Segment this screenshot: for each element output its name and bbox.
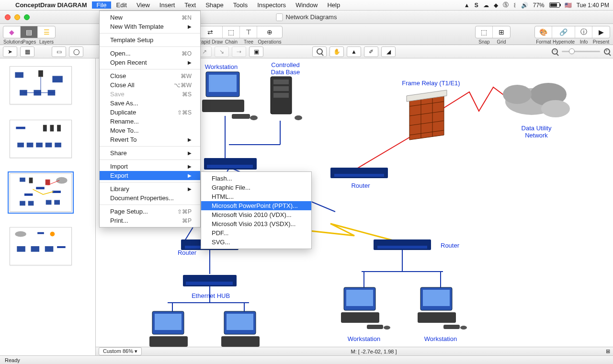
export-flash[interactable]: Flash...	[201, 174, 311, 183]
svg-rect-63	[273, 93, 289, 98]
file-menu-dropdown[interactable]: New⌘NNew With Template▶Template SetupOpe…	[99, 11, 201, 228]
app-name[interactable]: ConceptDraw DIAGRAM	[11, 1, 92, 9]
page-thumbnail-2[interactable]	[10, 120, 72, 158]
chain-button[interactable]: ⬚	[223, 26, 240, 38]
rapid-draw-label: Rapid Draw	[198, 39, 223, 45]
clock[interactable]: Tue 1:40 PM	[577, 2, 609, 9]
container-tool[interactable]: ▣	[249, 46, 263, 57]
page-nav-icon[interactable]: ⊞	[606, 348, 610, 354]
file-menu-share[interactable]: Share▶	[100, 148, 200, 158]
diamond-icon[interactable]: ◆	[494, 2, 498, 9]
menu-help[interactable]: Help	[322, 1, 345, 9]
file-menu-save-as[interactable]: Save As...	[100, 99, 200, 108]
zoom-slider[interactable]	[552, 48, 610, 55]
menu-window[interactable]: Window	[291, 1, 322, 9]
tool-strip: ➤ ▦ ▭ ◯ ✎ ↗ ↘ ⇢ ▣ ✋ ▲ ✐ ◢	[0, 45, 613, 58]
file-menu-import[interactable]: Import▶	[100, 162, 200, 171]
rectangle-tool[interactable]: ▭	[52, 46, 66, 57]
zoom-out-icon[interactable]	[552, 48, 558, 55]
operations-button[interactable]: ⊕	[257, 26, 282, 38]
zoom-tool[interactable]	[312, 46, 327, 57]
file-menu-page-setup[interactable]: Page Setup...⇧⌘P	[100, 207, 200, 216]
export-microsoft-visio-2010-vdx[interactable]: Microsoft Visio 2010 (VDX)...	[201, 210, 311, 219]
file-menu-export[interactable]: Export▶	[100, 171, 200, 180]
file-menu-print[interactable]: Print...⌘P	[100, 216, 200, 225]
svg-rect-57	[202, 100, 244, 112]
close-window-button[interactable]	[5, 14, 11, 20]
svg-rect-93	[227, 314, 253, 330]
zoom-level-dropdown[interactable]: Custom 86% ▾	[99, 347, 142, 355]
file-menu-move-to[interactable]: Move To...	[100, 126, 200, 135]
page-thumbnail-4[interactable]	[10, 227, 72, 265]
file-menu-open-recent[interactable]: Open Recent▶	[100, 58, 200, 67]
document-title-text: Network Diagrams	[286, 13, 337, 21]
toolbar-view-group: ⬚ ⊞ Snap Grid	[475, 25, 511, 45]
letter-s-icon[interactable]: S	[475, 2, 478, 9]
file-menu-template-setup[interactable]: Template Setup	[100, 35, 200, 45]
zoom-in-icon[interactable]	[604, 48, 610, 55]
layers-button[interactable]: ☰	[38, 26, 55, 38]
menu-inspectors[interactable]: Inspectors	[252, 1, 291, 9]
file-menu-close[interactable]: Close⌘W	[100, 71, 200, 80]
export-microsoft-visio-2013-vsdx[interactable]: Microsoft Visio 2013 (VSDX)...	[201, 219, 311, 228]
eyedropper-tool[interactable]: ✐	[364, 46, 378, 57]
skype-icon[interactable]: Ⓢ	[503, 1, 509, 9]
export-microsoft-powerpoint-pptx[interactable]: Microsoft PowerPoint (PPTX)...	[201, 201, 311, 210]
menu-view[interactable]: View	[132, 1, 155, 9]
svg-rect-58	[232, 114, 250, 119]
export-html[interactable]: HTML...	[201, 192, 311, 201]
svg-point-31	[50, 232, 55, 237]
flag-icon[interactable]: 🇺🇸	[565, 2, 572, 9]
svg-text:Data Base: Data Base	[271, 68, 300, 76]
export-graphic-file[interactable]: Graphic File...	[201, 183, 311, 192]
file-menu-rename[interactable]: Rename...	[100, 117, 200, 126]
snap-button[interactable]: ⬚	[476, 26, 493, 38]
page-thumbnails-panel[interactable]	[0, 58, 96, 355]
tree-button[interactable]: ⊤	[240, 26, 257, 38]
present-button[interactable]: ▶	[592, 26, 610, 38]
menu-text[interactable]: Text	[180, 1, 201, 9]
pointer-tool[interactable]: ➤	[3, 46, 17, 57]
file-menu-library[interactable]: Library▶	[100, 184, 200, 193]
eraser-tool[interactable]: ◢	[381, 46, 396, 57]
pages-button[interactable]: ▤	[21, 26, 38, 38]
hand-tool[interactable]: ✋	[329, 46, 344, 57]
file-menu-open[interactable]: Open...⌘O	[100, 49, 200, 58]
file-menu-close-all[interactable]: Close All⌥⌘W	[100, 80, 200, 90]
solutions-button[interactable]: ◆	[3, 26, 21, 38]
hypernote-button[interactable]: 🔗	[552, 26, 575, 38]
format-button[interactable]: 🎨	[535, 26, 552, 38]
menu-tools[interactable]: Tools	[228, 1, 252, 9]
page-thumbnail-1[interactable]	[10, 66, 72, 104]
connector-tool-3[interactable]: ⇢	[232, 46, 246, 57]
connector-tool-2[interactable]: ↘	[215, 46, 229, 57]
ellipse-tool[interactable]: ◯	[69, 46, 83, 57]
file-menu-new[interactable]: New⌘N	[100, 13, 200, 22]
stamp-tool[interactable]: ▲	[347, 46, 361, 57]
format-label: Format	[535, 39, 552, 45]
rapid-draw-button[interactable]: ⇄	[198, 26, 223, 38]
battery-percent[interactable]: 77%	[533, 2, 545, 9]
selection-tool[interactable]: ▦	[20, 46, 34, 57]
menu-shape[interactable]: Shape	[201, 1, 228, 9]
menu-file[interactable]: File	[92, 1, 112, 9]
menu-edit[interactable]: Edit	[111, 1, 131, 9]
maximize-window-button[interactable]	[24, 14, 30, 20]
export-submenu[interactable]: Flash...Graphic File...HTML...Microsoft …	[201, 171, 312, 249]
export-svg[interactable]: SVG...	[201, 238, 311, 247]
cloud-upload-icon[interactable]: ☁	[483, 2, 489, 9]
vlc-icon[interactable]: ▲	[464, 2, 470, 9]
minimize-window-button[interactable]	[14, 14, 20, 20]
battery-icon[interactable]	[549, 2, 560, 8]
file-menu-revert-to[interactable]: Revert To▶	[100, 135, 200, 144]
export-pdf[interactable]: PDF...	[201, 228, 311, 238]
file-menu-new-with-template[interactable]: New With Template▶	[100, 22, 200, 31]
file-menu-document-properties[interactable]: Document Properties...	[100, 193, 200, 203]
file-menu-duplicate[interactable]: Duplicate⇧⌘S	[100, 108, 200, 117]
wifi-icon[interactable]: ⧙	[513, 2, 516, 9]
menu-insert[interactable]: Insert	[155, 1, 180, 9]
volume-icon[interactable]: 🔊	[521, 2, 528, 9]
grid-button[interactable]: ⊞	[493, 26, 510, 38]
page-thumbnail-3[interactable]	[10, 173, 72, 212]
info-button[interactable]: ⓘ	[575, 26, 592, 38]
